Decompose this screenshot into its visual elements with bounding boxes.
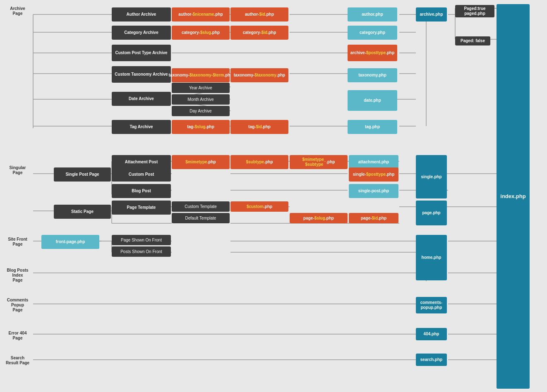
index-php-node: index.php	[497, 4, 530, 389]
page-template-node: Page Template	[112, 201, 171, 215]
category-archive-node: Category Archive	[112, 26, 171, 40]
custom-php-node: $custom.php	[230, 201, 288, 212]
blog-post-node: Blog Post	[112, 184, 171, 198]
comments-popup-label: CommentsPopupPage	[4, 298, 31, 313]
category-php-node: category.php	[348, 26, 397, 40]
page-id-node: page-$id.php	[349, 213, 398, 223]
mimetype-subtype-node: $mimetype_$subtype.php	[290, 155, 348, 169]
search-php-node: search.php	[416, 354, 447, 366]
custom-post-type-archive-node: Custom Post Type Archive	[112, 45, 171, 61]
taxonomy-php-node: taxonomy-$taxonomy.php	[230, 68, 288, 82]
single-post-page-node: Single Post Page	[54, 167, 111, 182]
search-result-label: SearchResult Page	[4, 356, 31, 366]
date-php-node: date.php	[348, 90, 397, 111]
attachment-php-node: attachment.php	[349, 155, 398, 169]
tag-id-node: tag-$id.php	[230, 120, 288, 134]
single-post-php-node: single-post.php	[349, 184, 398, 198]
author-archive-node: Author Archive	[112, 7, 171, 22]
taxonomy-php-blue-node: taxonomy.php	[348, 68, 397, 82]
month-archive-node: Month Archive	[172, 94, 230, 105]
home-php-node: home.php	[416, 235, 447, 280]
taxonomy-term-node: taxonomy-$taxonomy-$term.php	[172, 68, 230, 82]
custom-taxonomy-archive-node: Custom Taxonomy Archive	[112, 66, 171, 83]
static-page-node: Static Page	[54, 205, 111, 219]
front-page-php-node: front-page.php	[41, 235, 99, 249]
single-posttype-node: single-$posttype.php	[349, 167, 398, 182]
custom-post-node: Custom Post	[112, 167, 171, 182]
paged-false-node: Paged: false	[455, 36, 490, 45]
posts-shown-on-front-node: Posts Shown On Front	[112, 246, 171, 257]
custom-template-node: Custom Template	[172, 201, 230, 212]
year-archive-node: Year Archive	[172, 83, 230, 93]
mimetype-php-node: $mimetype.php	[172, 155, 230, 169]
day-archive-node: Day Archive	[172, 106, 230, 116]
archive-php-node: archive.php	[416, 7, 447, 22]
author-php-node: author.php	[348, 7, 397, 22]
404-php-node: 404.php	[416, 328, 447, 340]
error-404-label: Error 404Page	[4, 331, 31, 341]
author-id-node: author-$id.php	[230, 7, 288, 22]
site-front-label: Site FrontPage	[4, 237, 31, 247]
paged-true-node: Paged:truepaged.php	[455, 5, 494, 17]
diagram-container: ArchivePage SingularPage Site FrontPage …	[0, 0, 547, 392]
default-template-node: Default Template	[172, 213, 230, 223]
author-nicename-node: author-$nicename.php	[172, 7, 230, 22]
single-php-node: single.php	[416, 155, 447, 198]
category-id-node: category-$id.php	[230, 26, 288, 40]
subtype-php-node: $subtype.php	[230, 155, 288, 169]
page-shown-on-front-node: Page Shown On Front	[112, 235, 171, 245]
tag-slug-node: tag-$slug.php	[172, 120, 230, 134]
page-php-node: page.php	[416, 201, 447, 225]
date-archive-node: Date Archive	[112, 92, 171, 106]
tag-php-node: tag.php	[348, 120, 397, 134]
attachment-post-node: Attachment Post	[112, 155, 171, 169]
archive-page-label: ArchivePage	[4, 6, 31, 16]
singular-page-label: SingularPage	[4, 165, 31, 175]
blog-posts-label: Blog PostsIndexPage	[4, 268, 31, 283]
page-slug-node: page-$slug.php	[290, 213, 348, 223]
tag-archive-node: Tag Archive	[112, 120, 171, 134]
archive-posttype-node: archive-$posttype.php	[348, 45, 397, 61]
comments-popup-php-node: comments-popup.php	[416, 297, 447, 313]
connector-lines	[0, 0, 547, 392]
category-slug-node: category-$slug.php	[172, 26, 230, 40]
